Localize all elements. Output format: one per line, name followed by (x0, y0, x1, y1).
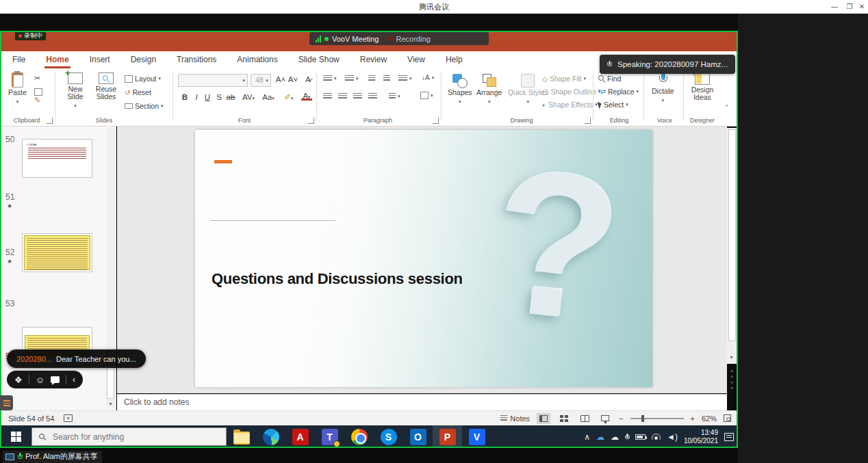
taskbar-clock[interactable]: 13:49 10/05/2021 (684, 429, 718, 445)
scrollbar-thumb[interactable] (728, 129, 736, 341)
chat-list-toggle[interactable] (0, 395, 13, 410)
taskbar-voov[interactable]: V (462, 425, 492, 448)
highlight-color-button[interactable]: ✐▾ (283, 92, 294, 103)
notes-pane[interactable] (117, 394, 727, 410)
shape-effects-button[interactable]: ◐Shape Effects▾ (542, 101, 598, 109)
font-name-combo[interactable]: ▾ (178, 74, 248, 87)
bold-button[interactable]: B (179, 92, 190, 103)
voov-close-button[interactable]: ✕ (857, 3, 867, 11)
tray-expand-icon[interactable]: ∧ (584, 432, 590, 442)
dictate-button[interactable]: Dictate▾ (652, 72, 674, 104)
format-painter-button[interactable]: ✎ (34, 96, 40, 105)
chat-icon[interactable] (51, 376, 60, 383)
tab-slideshow[interactable]: Slide Show (297, 52, 341, 68)
collapse-ribbon-button[interactable]: ⌃ (724, 104, 730, 111)
font-size-combo[interactable]: 48▾ (251, 74, 271, 87)
section-button[interactable]: Section▾ (125, 102, 164, 110)
taskbar-chrome[interactable] (344, 425, 374, 448)
previous-slide-button[interactable]: ▲▲ (727, 368, 737, 379)
taskbar-acrobat[interactable]: A (285, 425, 315, 448)
replace-button[interactable]: ᵇ⇄Replace▾ (598, 88, 639, 96)
line-spacing-button[interactable]: ▾ (398, 75, 412, 81)
taskbar-file-explorer[interactable] (227, 425, 256, 448)
align-left-button[interactable] (323, 93, 332, 99)
tray-microphone-icon[interactable] (625, 434, 629, 440)
slide-thumbnail-51[interactable] (22, 233, 92, 272)
justify-button[interactable] (368, 93, 377, 99)
character-spacing-button[interactable]: AV▾ (240, 92, 257, 103)
apps-icon[interactable]: ❖ (14, 375, 23, 385)
shape-fill-button[interactable]: ◇Shape Fill▾ (542, 75, 586, 83)
zoom-slider-thumb[interactable] (641, 415, 644, 422)
next-slide-button[interactable]: ▼▼ (727, 380, 737, 391)
arrange-button[interactable]: Arrange▾ (476, 74, 502, 105)
find-button[interactable]: Find (598, 75, 621, 83)
scroll-down-arrow-icon[interactable]: ▼ (106, 400, 115, 408)
taskbar-search[interactable] (31, 427, 227, 446)
design-ideas-button[interactable]: Design Ideas (687, 72, 717, 101)
shadow-button[interactable]: S (214, 92, 225, 103)
tab-animations[interactable]: Animations (235, 52, 279, 68)
voov-restore-button[interactable]: ❐ (845, 3, 854, 11)
select-button[interactable]: Select▾ (598, 101, 628, 109)
scroll-down-arrow-icon[interactable]: ▼ (727, 354, 736, 362)
normal-view-button[interactable] (537, 413, 550, 424)
increase-font-button[interactable]: A˄ (275, 74, 286, 85)
strikethrough-button[interactable]: ab (225, 92, 236, 103)
align-right-button[interactable] (353, 93, 362, 99)
wifi-icon[interactable] (652, 434, 661, 440)
emoji-icon[interactable]: ☺ (36, 375, 44, 385)
text-direction-button[interactable]: ↓A▾ (422, 74, 434, 81)
taskbar-teams[interactable]: T (315, 425, 344, 448)
taskbar-outlook[interactable]: O (403, 425, 433, 448)
decrease-font-button[interactable]: A˅ (288, 74, 298, 85)
tab-design[interactable]: Design (129, 52, 157, 68)
slideshow-view-button[interactable] (598, 413, 612, 424)
copy-button[interactable] (34, 88, 42, 96)
taskbar-search-input[interactable] (51, 432, 202, 442)
smartart-button[interactable]: ▾ (420, 92, 433, 99)
new-slide-button[interactable]: + New Slide▾ (62, 72, 89, 109)
clear-formatting-button[interactable]: A̷ (303, 74, 314, 85)
tab-transitions[interactable]: Transitions (175, 52, 218, 68)
reading-view-button[interactable] (578, 413, 591, 424)
zoom-level[interactable]: 62% (702, 414, 717, 423)
tab-review[interactable]: Review (359, 52, 388, 68)
action-center-icon[interactable] (724, 433, 734, 441)
notes-toggle-button[interactable]: Notes (500, 414, 530, 423)
font-dialog-launcher[interactable] (308, 118, 314, 124)
volume-icon[interactable]: ◄) (667, 432, 678, 442)
paragraph-dialog-launcher[interactable] (433, 118, 439, 124)
decrease-indent-button[interactable] (368, 75, 375, 81)
font-color-button[interactable]: A▾ (301, 92, 312, 101)
drawing-dialog-launcher[interactable] (585, 118, 591, 124)
underline-button[interactable]: U (202, 92, 213, 103)
editor-scrollbar[interactable]: ▼ (727, 128, 737, 364)
shapes-button[interactable]: Shapes▾ (448, 74, 472, 105)
onedrive-cloud-icon[interactable]: ☁ (596, 432, 604, 442)
spell-check-icon[interactable]: ✕ (64, 414, 73, 422)
taskbar-skype[interactable]: S (374, 425, 403, 448)
align-center-button[interactable] (338, 93, 347, 99)
battery-icon[interactable] (635, 434, 646, 440)
start-button[interactable] (0, 425, 31, 448)
slide-sorter-view-button[interactable] (557, 413, 571, 424)
paste-button[interactable]: Paste▾ (8, 72, 27, 105)
chat-message-bubble[interactable]: 2020280... Dear Teacher can you... (7, 349, 146, 368)
cut-button[interactable]: ✂ (34, 74, 40, 83)
collapse-left-icon[interactable]: ‹ (73, 375, 75, 384)
tab-help[interactable]: Help (444, 52, 464, 68)
taskbar-powerpoint[interactable]: P (433, 425, 462, 448)
cloud-icon[interactable]: ☁ (611, 432, 619, 442)
fit-slide-to-window-button[interactable] (724, 414, 731, 422)
taskbar-edge[interactable] (256, 425, 285, 448)
bullets-button[interactable]: ▾ (323, 75, 337, 81)
italic-button[interactable]: I (191, 92, 202, 103)
voov-minimize-button[interactable]: — (830, 3, 839, 11)
notes-placeholder[interactable]: Click to add notes (124, 397, 189, 407)
change-case-button[interactable]: Aa▾ (260, 92, 277, 103)
tab-home[interactable]: Home (44, 52, 70, 68)
clipboard-dialog-launcher[interactable] (47, 118, 53, 124)
zoom-slider[interactable] (630, 418, 684, 419)
shape-outline-button[interactable]: ▢Shape Outline▾ (542, 88, 601, 96)
